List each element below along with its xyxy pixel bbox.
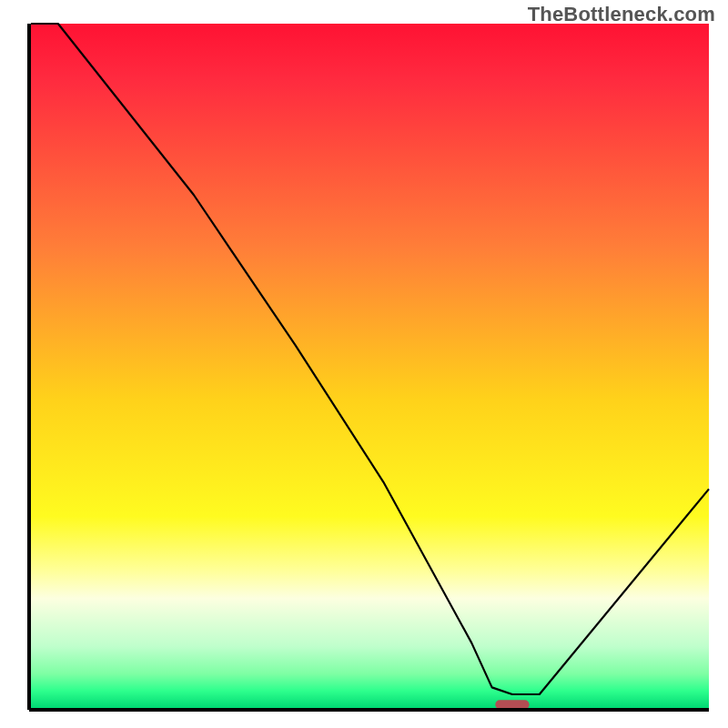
watermark-label: TheBottleneck.com — [528, 3, 715, 26]
plot-background — [31, 24, 709, 708]
chart-container: TheBottleneck.com — [0, 0, 728, 728]
bottleneck-curve-chart — [0, 0, 728, 728]
optimal-marker — [495, 700, 529, 709]
